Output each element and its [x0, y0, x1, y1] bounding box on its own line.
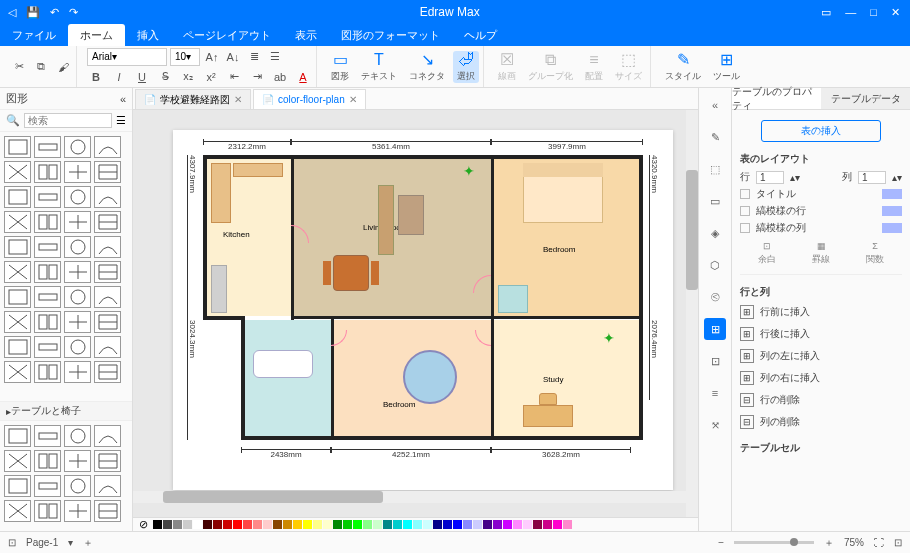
color-swatch[interactable]	[263, 520, 272, 529]
font-increase-icon[interactable]: A↑	[203, 48, 221, 66]
font-size-select[interactable]: 10 ▾	[170, 48, 200, 66]
btn-function[interactable]: Σ関数	[866, 241, 884, 266]
shape-thumb[interactable]	[34, 336, 61, 358]
btn-margin[interactable]: ⊡余白	[758, 241, 776, 266]
tool-draw[interactable]: ☒線画	[494, 51, 520, 83]
color-swatch[interactable]	[373, 520, 382, 529]
filter-icon[interactable]: ☰	[116, 114, 126, 127]
color-swatch[interactable]	[423, 520, 432, 529]
color-swatch[interactable]	[173, 520, 182, 529]
color-swatch[interactable]	[183, 520, 192, 529]
shape-thumb[interactable]	[34, 161, 61, 183]
shape-thumb[interactable]	[34, 236, 61, 258]
color-swatch[interactable]	[533, 520, 542, 529]
no-color-icon[interactable]: ⊘	[139, 518, 148, 531]
color-stripecol[interactable]	[882, 223, 902, 233]
side-tool-10[interactable]: ⤧	[704, 414, 726, 436]
shape-thumb[interactable]	[34, 450, 61, 472]
shape-thumb[interactable]	[64, 286, 91, 308]
shape-thumb[interactable]	[64, 161, 91, 183]
tab-table-data[interactable]: テーブルデータ	[821, 88, 910, 109]
shape-thumb[interactable]	[4, 475, 31, 497]
check-title[interactable]	[740, 189, 750, 199]
side-tool-7[interactable]: ⊞	[704, 318, 726, 340]
color-swatch[interactable]	[253, 520, 262, 529]
strike-icon[interactable]: S̶	[156, 68, 174, 86]
color-swatch[interactable]	[563, 520, 572, 529]
color-swatch[interactable]	[443, 520, 452, 529]
col-stepper[interactable]: ▴▾	[892, 172, 902, 183]
shape-thumb[interactable]	[64, 425, 91, 447]
color-swatch[interactable]	[233, 520, 242, 529]
shape-thumb[interactable]	[34, 286, 61, 308]
italic-icon[interactable]: I	[110, 68, 128, 86]
row-input[interactable]: 1	[756, 171, 784, 184]
color-swatch[interactable]	[403, 520, 412, 529]
shape-thumb[interactable]	[4, 211, 31, 233]
shape-thumb[interactable]	[94, 336, 121, 358]
menu-file[interactable]: ファイル	[0, 24, 68, 46]
shape-thumb[interactable]	[34, 136, 61, 158]
col-input[interactable]: 1	[858, 171, 886, 184]
menu-pagelayout[interactable]: ページレイアウト	[171, 24, 283, 46]
shape-thumb[interactable]	[4, 336, 31, 358]
shape-thumb[interactable]	[4, 236, 31, 258]
save-icon[interactable]: 💾	[26, 6, 40, 19]
shape-thumb[interactable]	[34, 261, 61, 283]
shape-thumb[interactable]	[94, 161, 121, 183]
shape-thumb[interactable]	[34, 500, 61, 522]
color-swatch[interactable]	[393, 520, 402, 529]
shape-thumb[interactable]	[4, 425, 31, 447]
shape-thumb[interactable]	[94, 286, 121, 308]
color-swatch[interactable]	[553, 520, 562, 529]
rowcol-action[interactable]: ⊞列の左に挿入	[740, 347, 902, 365]
rowcol-action[interactable]: ⊞列の右に挿入	[740, 369, 902, 387]
tool-align[interactable]: ≡配置	[581, 51, 607, 83]
collapse-icon[interactable]: «	[120, 93, 126, 105]
maximize-icon[interactable]: □	[870, 6, 877, 19]
shape-thumb[interactable]	[64, 475, 91, 497]
color-swatch[interactable]	[273, 520, 282, 529]
rowcol-action[interactable]: ⊟行の削除	[740, 391, 902, 409]
side-tool-2[interactable]: ⬚	[704, 158, 726, 180]
color-swatch[interactable]	[243, 520, 252, 529]
shape-thumb[interactable]	[64, 236, 91, 258]
tool-style[interactable]: ✎スタイル	[661, 51, 705, 83]
tab-close-icon[interactable]: ✕	[234, 94, 242, 105]
shape-thumb[interactable]	[94, 261, 121, 283]
shape-thumb[interactable]	[4, 186, 31, 208]
shape-thumb[interactable]	[4, 311, 31, 333]
shape-thumb[interactable]	[94, 236, 121, 258]
color-swatch[interactable]	[203, 520, 212, 529]
shape-thumb[interactable]	[34, 186, 61, 208]
shape-thumb[interactable]	[34, 211, 61, 233]
shape-thumb[interactable]	[64, 361, 91, 383]
color-swatch[interactable]	[363, 520, 372, 529]
side-tool-1[interactable]: ✎	[704, 126, 726, 148]
color-swatch[interactable]	[523, 520, 532, 529]
zoom-in-icon[interactable]: ＋	[824, 536, 834, 550]
color-swatch[interactable]	[433, 520, 442, 529]
color-swatch[interactable]	[343, 520, 352, 529]
menu-home[interactable]: ホーム	[68, 24, 125, 46]
color-swatch[interactable]	[483, 520, 492, 529]
underline-icon[interactable]: U	[133, 68, 151, 86]
color-swatch[interactable]	[513, 520, 522, 529]
font-family-select[interactable]: Arial ▾	[87, 48, 167, 66]
row-stepper[interactable]: ▴▾	[790, 172, 800, 183]
shape-thumb[interactable]	[34, 425, 61, 447]
copy-icon[interactable]: ⧉	[32, 58, 50, 76]
shape-thumb[interactable]	[94, 450, 121, 472]
shape-thumb[interactable]	[64, 500, 91, 522]
color-swatch[interactable]	[413, 520, 422, 529]
shape-thumb[interactable]	[64, 261, 91, 283]
shape-thumb[interactable]	[64, 136, 91, 158]
color-swatch[interactable]	[333, 520, 342, 529]
shape-thumb[interactable]	[34, 475, 61, 497]
color-swatch[interactable]	[223, 520, 232, 529]
shape-thumb[interactable]	[4, 161, 31, 183]
shape-thumb[interactable]	[34, 311, 61, 333]
shape-thumb[interactable]	[4, 361, 31, 383]
shape-thumb[interactable]	[64, 336, 91, 358]
tool-text[interactable]: Tテキスト	[357, 51, 401, 83]
